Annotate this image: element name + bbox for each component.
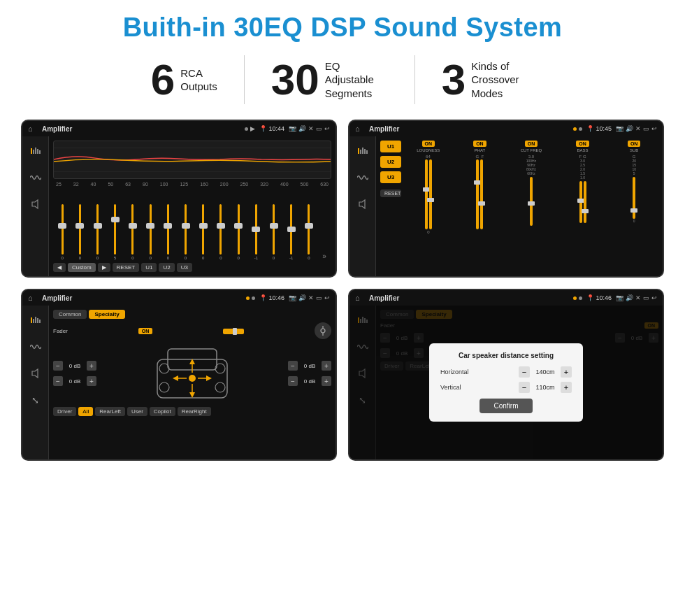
svg-rect-12 xyxy=(364,149,366,154)
vertical-plus[interactable]: + xyxy=(561,382,572,393)
back-icon-4: ↩ xyxy=(651,294,657,301)
sidebar-fader-expand-icon[interactable]: ⤡ xyxy=(27,391,45,409)
db-minus-fl[interactable]: − xyxy=(53,361,63,371)
preset-u1[interactable]: U1 xyxy=(380,141,401,152)
eq-prev-btn[interactable]: ◀ xyxy=(53,263,66,272)
eq-band-13[interactable]: 0 xyxy=(266,204,281,260)
dialog-horizontal-row: Horizontal − 140cm + xyxy=(440,366,572,378)
eq-band-4[interactable]: 5 xyxy=(108,204,123,260)
sidebar-fader-wave-icon[interactable] xyxy=(27,338,45,356)
svg-rect-17 xyxy=(35,317,36,323)
eq-band-8[interactable]: 0 xyxy=(178,204,193,260)
status-icons-3: 📍 10:46 📷 🔊 ✕ ▭ ↩ xyxy=(246,294,330,301)
btn-rearleft[interactable]: RearLeft xyxy=(95,407,125,416)
eq-band-14[interactable]: -1 xyxy=(284,204,299,260)
eq-band-7[interactable]: 0 xyxy=(160,204,175,260)
time-4: 📍 10:46 xyxy=(586,294,612,301)
eq-custom-btn[interactable]: Custom xyxy=(68,263,96,272)
more-icon[interactable]: » xyxy=(319,252,330,260)
fader-settings-icon[interactable] xyxy=(315,322,331,339)
status-icons-2: 📍 10:45 📷 🔊 ✕ ▭ ↩ xyxy=(573,125,657,132)
svg-rect-16 xyxy=(33,319,34,323)
eq-band-2[interactable]: 0 xyxy=(72,204,87,260)
eq-u2-btn[interactable]: U2 xyxy=(159,263,174,272)
svg-point-21 xyxy=(321,329,325,333)
sidebar-xover-wave-icon[interactable] xyxy=(354,169,372,187)
sub-slider[interactable] xyxy=(633,177,635,219)
back-icon-2: ↩ xyxy=(651,125,657,132)
preset-u3[interactable]: U3 xyxy=(380,171,401,183)
bass-slider-1[interactable] xyxy=(579,181,582,223)
status-bar-3: ⌂ Amplifier 📍 10:46 📷 🔊 ✕ ▭ ↩ xyxy=(22,290,336,306)
sidebar-wave-icon[interactable] xyxy=(27,169,45,187)
btn-all[interactable]: All xyxy=(78,407,93,416)
stat-crossover: 3 Kinds ofCrossover Modes xyxy=(415,58,561,101)
vertical-minus[interactable]: − xyxy=(519,382,530,393)
svg-rect-9 xyxy=(358,148,359,154)
crossover-reset-btn[interactable]: RESET xyxy=(380,189,401,197)
sidebar-xover-speaker-icon[interactable] xyxy=(354,195,372,213)
left-db-controls: − 0 dB + − 0 dB + xyxy=(53,359,96,387)
crossover-content: U1 U2 U3 RESET ON LOUDNESS xyxy=(349,136,663,276)
fader-slider-mini[interactable] xyxy=(223,327,244,334)
app-name-4: Amplifier xyxy=(369,294,569,302)
eq-band-12[interactable]: -1 xyxy=(248,204,264,260)
home-icon-1: ⌂ xyxy=(28,124,38,134)
sidebar-fader-speaker-icon[interactable] xyxy=(27,364,45,382)
btn-rearright[interactable]: RearRight xyxy=(178,407,211,416)
eq-band-5[interactable]: 0 xyxy=(125,204,140,260)
eq-band-10[interactable]: 0 xyxy=(213,204,229,260)
svg-point-27 xyxy=(215,364,225,373)
db-plus-rr[interactable]: + xyxy=(322,376,331,386)
btn-user[interactable]: User xyxy=(127,407,147,416)
db-minus-rl[interactable]: − xyxy=(53,376,63,386)
phat-slider[interactable]: G F xyxy=(476,155,484,234)
eq-band-11[interactable]: 0 xyxy=(231,204,246,260)
eq-band-15[interactable]: 0 xyxy=(301,204,317,260)
btn-driver[interactable]: Driver xyxy=(53,407,76,416)
horizontal-plus[interactable]: + xyxy=(561,366,572,378)
cutfreq-slider[interactable] xyxy=(530,177,533,226)
sidebar-xover-eq-icon[interactable] xyxy=(354,142,372,160)
loudness-slider[interactable]: 64 0 xyxy=(425,155,432,234)
x-icon-1: ✕ xyxy=(308,125,314,132)
vertical-controls: − 110cm + xyxy=(519,382,572,393)
db-plus-fl[interactable]: + xyxy=(87,361,96,371)
sidebar-fader-eq-icon[interactable] xyxy=(27,311,45,329)
svg-point-26 xyxy=(159,364,169,373)
svg-marker-5 xyxy=(32,200,38,208)
db-value-rl: 0 dB xyxy=(65,378,85,385)
x-icon-3: ✕ xyxy=(308,294,314,301)
crossover-sidebar xyxy=(349,136,376,276)
db-plus-rl[interactable]: + xyxy=(87,376,96,386)
tab-specialty[interactable]: Specialty xyxy=(89,310,124,319)
eq-band-3[interactable]: 0 xyxy=(89,204,105,260)
sidebar-eq-icon[interactable] xyxy=(27,142,45,160)
screen-crossover: ⌂ Amplifier 📍 10:45 📷 🔊 ✕ ▭ ↩ xyxy=(348,120,664,278)
db-plus-fr[interactable]: + xyxy=(322,361,331,371)
channel-sliders: ON LOUDNESS 64 xyxy=(404,141,658,234)
svg-rect-2 xyxy=(35,148,36,154)
btn-copilot[interactable]: Copilot xyxy=(150,407,175,416)
eq-reset-btn[interactable]: RESET xyxy=(113,263,140,272)
eq-band-9[interactable]: 0 xyxy=(196,204,211,260)
sidebar-speaker-icon[interactable] xyxy=(27,195,45,213)
db-minus-rr[interactable]: − xyxy=(288,376,298,386)
eq-band-1[interactable]: 0 xyxy=(55,204,70,260)
bass-slider-2[interactable] xyxy=(584,181,586,223)
eq-band-6[interactable]: 0 xyxy=(143,204,158,260)
dot-icon-4a xyxy=(573,296,577,300)
eq-u3-btn[interactable]: U3 xyxy=(177,263,192,272)
on-badge-phat: ON xyxy=(473,141,486,147)
status-icons-1: ▶ 📍 10:44 📷 🔊 ✕ ▭ ↩ xyxy=(245,125,330,132)
db-minus-fr[interactable]: − xyxy=(288,361,298,371)
time-1: 📍 10:44 xyxy=(259,125,284,132)
confirm-button[interactable]: Confirm xyxy=(480,399,532,413)
status-bar-2: ⌂ Amplifier 📍 10:45 📷 🔊 ✕ ▭ ↩ xyxy=(349,121,663,136)
horizontal-minus[interactable]: − xyxy=(519,366,530,378)
eq-u1-btn[interactable]: U1 xyxy=(141,263,157,272)
tab-common[interactable]: Common xyxy=(53,310,87,319)
vertical-label: Vertical xyxy=(440,384,461,391)
preset-u2[interactable]: U2 xyxy=(380,156,401,168)
eq-play-btn[interactable]: ▶ xyxy=(98,263,110,272)
